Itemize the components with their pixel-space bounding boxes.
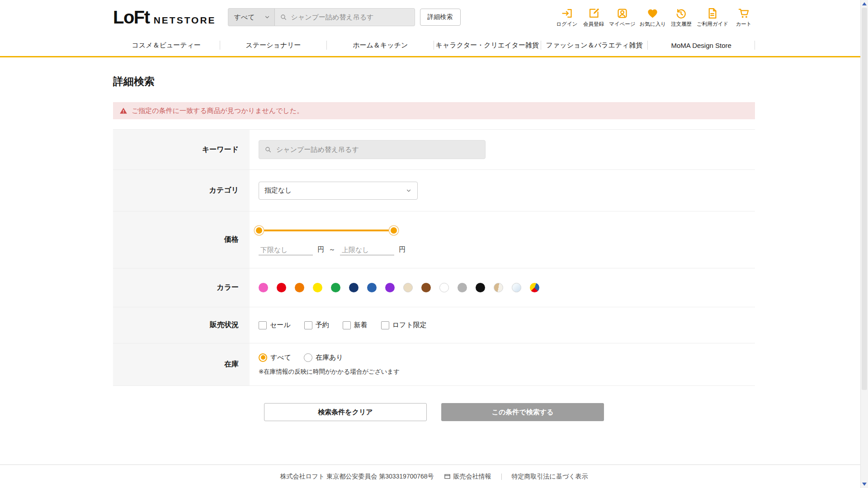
radio-all[interactable]: すべて <box>259 353 291 362</box>
slider-handle-min[interactable] <box>256 227 262 234</box>
scrollbar[interactable] <box>860 0 868 488</box>
price-separator: ～ <box>329 245 335 254</box>
stock-options: すべて 在庫あり <box>259 353 755 362</box>
color-swatch-white[interactable] <box>439 283 449 292</box>
favorites-link[interactable]: お気に入り <box>640 7 666 28</box>
mypage-link[interactable]: マイページ <box>609 7 636 28</box>
color-swatch-purple[interactable] <box>385 283 395 292</box>
login-link[interactable]: ログイン <box>556 7 578 28</box>
status-label: 販売状況 <box>113 307 250 343</box>
header-search: すべて 詳細検索 <box>228 8 461 26</box>
site-footer: 株式会社ロフト 東京都公安委員会 第303319700768号 販売会社情報 特… <box>0 465 868 488</box>
color-swatch-green[interactable] <box>331 283 340 292</box>
color-swatch-red[interactable] <box>277 283 286 292</box>
login-icon <box>561 7 573 19</box>
price-min-input[interactable] <box>259 244 313 255</box>
stock-label: 在庫 <box>113 343 250 385</box>
color-swatches <box>259 283 755 292</box>
no-results-alert: ご指定の条件に一致する商品が見つかりませんでした。 <box>113 102 755 119</box>
color-swatch-beige[interactable] <box>403 283 413 292</box>
color-swatch-black[interactable] <box>476 283 485 292</box>
nav-item-stationery[interactable]: ステーショナリー <box>220 41 327 50</box>
alert-text: ご指定の条件に一致する商品が見つかりませんでした。 <box>132 107 303 115</box>
price-max-input[interactable] <box>340 244 394 255</box>
form-row-status: 販売状況 セール 予約 新着 <box>113 307 755 343</box>
scroll-down-arrow[interactable] <box>861 480 868 488</box>
cart-link[interactable]: カート <box>732 7 755 28</box>
color-swatch-multicolor[interactable] <box>530 283 539 292</box>
color-swatch-gray[interactable] <box>458 283 467 292</box>
clear-conditions-button[interactable]: 検索条件をクリア <box>264 403 427 421</box>
checkbox-sale[interactable]: セール <box>259 321 291 329</box>
cart-icon <box>738 7 750 19</box>
guide-link[interactable]: ご利用ガイド <box>697 7 728 28</box>
category-label: カテゴリ <box>113 170 250 211</box>
form-row-stock: 在庫 すべて 在庫あり ※在庫情報の反映に時間がかかる場合がございます <box>113 343 755 386</box>
triangle-down-icon <box>862 483 867 486</box>
mypage-icon <box>616 7 628 19</box>
triangle-up-icon <box>862 2 867 5</box>
page-title: 詳細検索 <box>113 75 755 89</box>
logo-loft-text: LoFt <box>113 7 150 28</box>
nav-item-fashion[interactable]: ファッション＆バラエティ雑貨 <box>541 41 648 50</box>
search-icon <box>264 146 272 153</box>
loft-logo[interactable]: LoFt NETSTORE <box>113 7 216 28</box>
category-select-value: 指定なし <box>264 186 292 195</box>
scrollbar-thumb[interactable] <box>862 8 867 390</box>
nav-item-cosme[interactable]: コスメ＆ビューティー <box>113 41 220 50</box>
stock-note: ※在庫情報の反映に時間がかかる場合がございます <box>259 368 755 376</box>
keyword-input[interactable] <box>275 145 480 154</box>
main-content: 詳細検索 ご指定の条件に一致する商品が見つかりませんでした。 キーワード カテゴ… <box>113 57 755 421</box>
form-actions: 検索条件をクリア この条件で検索する <box>113 403 755 421</box>
color-swatch-pink[interactable] <box>259 283 268 292</box>
nav-item-character[interactable]: キャラクター・クリエイター雑貨 <box>434 41 541 50</box>
slider-handle-max[interactable] <box>391 227 397 234</box>
price-inputs: 円 ～ 円 <box>259 244 755 255</box>
radio-button <box>304 353 312 362</box>
nav-item-moma[interactable]: MoMA Design Store <box>648 42 755 49</box>
checkbox-new[interactable]: 新着 <box>343 321 368 329</box>
heart-icon <box>646 7 659 19</box>
radio-button-checked <box>259 353 267 362</box>
color-swatch-brown[interactable] <box>421 283 431 292</box>
main-nav: コスメ＆ビューティー ステーショナリー ホーム＆キッチン キャラクター・クリエイ… <box>0 34 868 57</box>
detail-search-button[interactable]: 詳細検索 <box>420 9 461 26</box>
search-category-select[interactable]: すべて <box>228 8 275 26</box>
footer-link-commercial-law[interactable]: 特定商取引法に基づく表示 <box>512 473 588 481</box>
guide-icon <box>706 7 718 19</box>
footer-link-company-info[interactable]: 販売会社情報 <box>444 473 491 481</box>
price-range-slider[interactable] <box>259 225 394 235</box>
footer-company-text: 株式会社ロフト 東京都公安委員会 第303319700768号 <box>280 473 434 481</box>
storefront-icon <box>444 473 451 480</box>
history-icon <box>675 7 687 19</box>
radio-in-stock[interactable]: 在庫あり <box>304 353 343 362</box>
checkbox-preorder[interactable]: 予約 <box>304 321 329 329</box>
color-swatch-navy[interactable] <box>349 283 359 292</box>
slider-track <box>259 230 394 231</box>
header-search-input[interactable] <box>290 13 410 22</box>
search-submit-button[interactable]: この条件で検索する <box>441 403 604 421</box>
status-options: セール 予約 新着 ロフト限定 <box>259 321 755 329</box>
color-swatch-yellow[interactable] <box>313 283 322 292</box>
color-label: カラー <box>113 268 250 307</box>
form-row-category: カテゴリ 指定なし <box>113 170 755 211</box>
checkbox-loft-exclusive[interactable]: ロフト限定 <box>381 321 427 329</box>
scroll-up-arrow[interactable] <box>861 0 868 8</box>
order-history-link[interactable]: 注文履歴 <box>670 7 693 28</box>
register-link[interactable]: 会員登録 <box>582 7 605 28</box>
checkbox-box <box>259 321 267 329</box>
color-swatch-blue[interactable] <box>367 283 377 292</box>
chevron-down-icon <box>406 188 412 194</box>
keyword-field <box>259 140 486 159</box>
color-swatch-clear[interactable] <box>512 283 521 292</box>
form-row-color: カラー <box>113 268 755 307</box>
price-label: 価格 <box>113 211 250 268</box>
chevron-down-icon <box>264 14 270 20</box>
color-swatch-gold-silver[interactable] <box>494 283 503 292</box>
form-row-price: 価格 円 ～ 円 <box>113 211 755 268</box>
price-unit: 円 <box>317 245 324 254</box>
color-swatch-orange[interactable] <box>295 283 304 292</box>
price-unit: 円 <box>399 245 406 254</box>
category-select[interactable]: 指定なし <box>259 182 418 200</box>
nav-item-home-kitchen[interactable]: ホーム＆キッチン <box>327 41 434 50</box>
